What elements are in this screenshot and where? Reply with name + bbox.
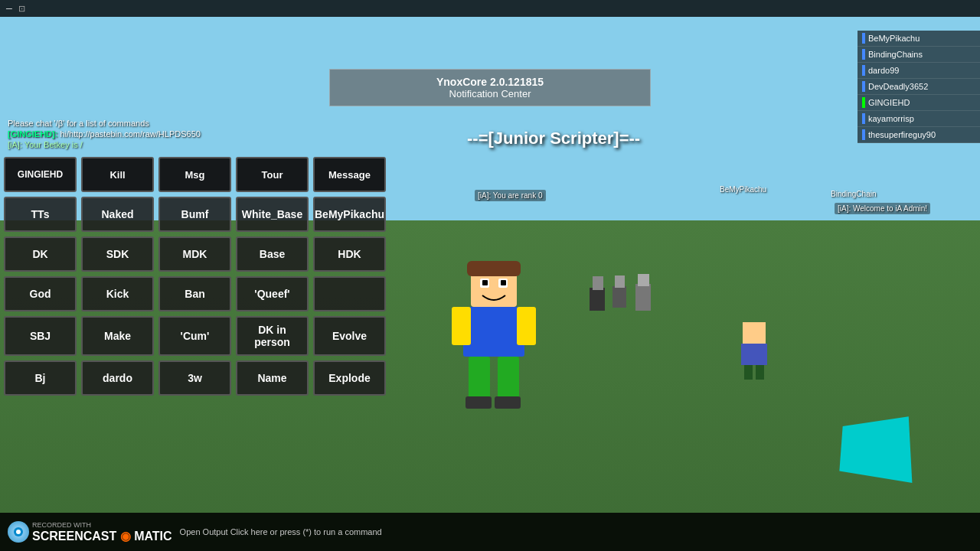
rank-bar [862,65,865,76]
svg-rect-21 [744,365,753,380]
svg-rect-18 [638,274,649,286]
rank-bar [862,129,865,140]
cmd-btn-bumf[interactable]: Bumf [158,197,231,232]
cmd-hint[interactable]: Open Output Click here or press (*) to r… [180,527,382,536]
player-name: kayamorrisp [868,114,914,123]
player-label-bindingchain: BindingChain [831,190,877,198]
svg-rect-3 [482,280,488,285]
player-label-bemypikachu: BeMyPikachu [720,185,766,194]
cmd-btn-evolve[interactable]: Evolve [313,316,386,356]
svg-rect-10 [498,357,519,403]
cmd-btn-cum[interactable]: 'Cum' [158,316,231,356]
cmd-btn-bemypikachu[interactable]: BeMyPikachu [313,197,386,232]
npc-group [582,272,674,337]
rank-bar [862,33,865,44]
player-name: dardo99 [868,66,899,75]
svg-rect-17 [635,284,651,311]
cmd-btn-base[interactable]: Base [236,236,309,272]
notification-center: YnoxCore 2.0.121815 Notification Center [329,69,651,106]
cmd-btn-naked[interactable]: Naked [81,197,154,232]
cmd-btn-hdk[interactable]: HDK [313,236,386,272]
command-panel: GINGIEHDKillMsgTourMessageTTsNakedBumfWh… [4,157,386,396]
player-entry-bemypikachu: BeMyPikachu [858,31,980,47]
svg-rect-15 [612,286,626,308]
player-entry-kayamorrisp: kayamorrisp [858,111,980,127]
rank-bar [862,81,865,92]
player-entry-gingiehd: GINGIEHD [858,95,980,111]
screencast-logo: RECORDED WITH SCREENCAST ◉ MATIC [8,521,172,543]
svg-rect-4 [501,280,506,285]
player-name: DevDeadly3652 [868,82,928,91]
cmd-btn-make[interactable]: Make [81,316,154,356]
bottom-bar: RECORDED WITH SCREENCAST ◉ MATIC Open Ou… [0,513,980,551]
svg-rect-14 [593,276,603,290]
cmd-btn-queef[interactable]: 'Queef' [236,276,309,311]
cmd-btn-message[interactable]: Message [313,157,386,192]
cmd-btn-mdk[interactable]: MDK [158,236,231,272]
cmd-btn-tour[interactable]: Tour [236,157,309,192]
notification-title: YnoxCore 2.0.121815 [361,76,619,88]
svg-rect-9 [469,357,490,403]
cmd-btn-3w[interactable]: 3w [158,360,231,396]
cmd-btn-explode[interactable]: Explode [313,360,386,396]
svg-rect-12 [495,396,521,409]
recorded-with-label: RECORDED WITH [32,521,172,529]
cmd-btn-ban[interactable]: Ban [158,276,231,311]
player-bemypikachu [735,318,773,383]
cmd-btn-msg[interactable]: Msg [158,157,231,192]
svg-rect-8 [517,307,536,345]
cmd-btn-whitebase[interactable]: White_Base [236,197,309,232]
svg-rect-11 [466,396,492,409]
svg-rect-16 [615,276,625,288]
cmd-btn-god[interactable]: God [4,276,77,311]
player-name: GINGIEHD [868,98,910,107]
cmd-btn-name[interactable]: Name [236,360,309,396]
rank-bar [862,49,865,60]
jr-scripter-title: --=[Junior Scripter]=-- [467,129,640,148]
player-entry-bindingchains: BindingChains [858,47,980,63]
float-msg-welcome: [iA]: Welcome to iA Admin! [835,203,930,214]
cmd-btn-sdk[interactable]: SDK [81,236,154,272]
cmd-btn-sbj[interactable]: SBJ [4,316,77,356]
brand1-label: SCREENCAST [32,530,116,543]
rank-bar [862,97,865,108]
player-list: BeMyPikachuBindingChainsdardo99DevDeadly… [858,31,980,143]
chat-area: Please chat '/β' for a list of commands … [8,119,201,151]
player-name: thesuperfireguy90 [868,130,936,139]
player-entry-devdeadly3652: DevDeadly3652 [858,79,980,95]
svg-rect-20 [741,344,767,365]
screencast-icon [8,521,29,543]
top-bar: ─ ⊡ [0,0,980,17]
svg-rect-22 [756,365,764,380]
cmd-btn-dkinperson[interactable]: DK in person [236,316,309,356]
player-entry-dardo99: dardo99 [858,63,980,79]
svg-point-24 [16,530,21,534]
cmd-btn-gingiehd[interactable]: GINGIEHD [4,157,77,192]
float-msg-rank: [iA]: You are rank 0 [475,190,546,201]
svg-rect-7 [452,307,471,345]
player-name: BindingChains [868,50,923,59]
svg-rect-19 [743,322,766,344]
svg-rect-5 [467,261,521,276]
svg-rect-13 [590,288,605,311]
player-entry-thesuperfireguy90: thesuperfireguy90 [858,127,980,143]
svg-rect-6 [463,307,524,357]
brand2-label: MATIC [134,530,172,543]
chat-message-2: [GINGIEHD]: hi/http://pastebin.com/raw/H… [8,129,201,139]
cmd-btn-bj[interactable]: Bj [4,360,77,396]
roblox-character [444,257,544,413]
notification-subtitle: Notification Center [361,88,619,99]
cmd-btn-dardo[interactable]: dardo [81,360,154,396]
brand-separator: ◉ [120,530,134,543]
cmd-btn-tts[interactable]: TTs [4,197,77,232]
cmd-btn-[interactable] [313,276,386,311]
cmd-btn-kick[interactable]: Kick [81,276,154,311]
cmd-btn-kill[interactable]: Kill [81,157,154,192]
player-name: BeMyPikachu [868,34,920,43]
rank-bar [862,113,865,124]
cmd-btn-dk[interactable]: DK [4,236,77,272]
chat-message-3: [iA]: Your Betkey is / [8,140,201,149]
chat-message-1: Please chat '/β' for a list of commands [8,119,201,128]
